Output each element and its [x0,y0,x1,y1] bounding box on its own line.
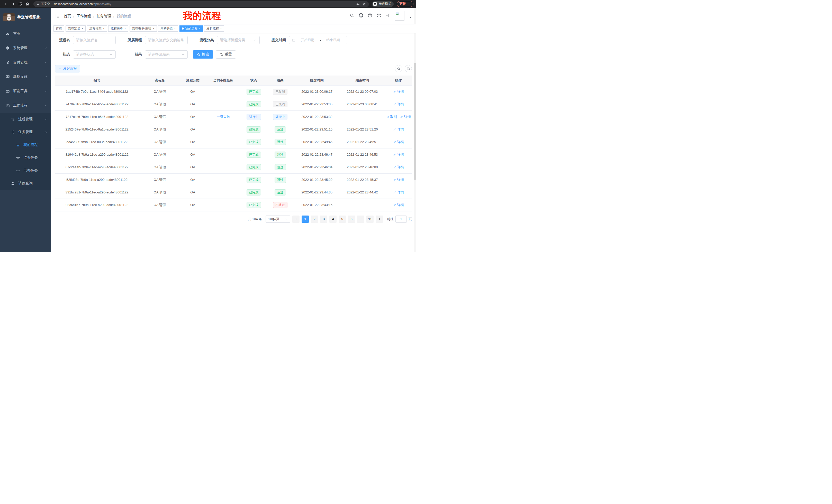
cell-status: 已完成 [242,123,266,136]
sidebar-item-系统管理[interactable]: 系统管理 [0,41,51,55]
sidebar-item-请假查询[interactable]: 请假查询 [0,177,51,190]
font-size-icon[interactable] [386,13,390,18]
avatar[interactable] [395,11,405,21]
detail-link[interactable]: 详情 [393,190,404,195]
tab-用户分组[interactable]: 用户分组× [158,25,178,32]
process-category-select[interactable]: 请选择流程分类 [217,36,260,44]
page-size-select[interactable]: 10条/页 [266,216,290,223]
tab-close-icon[interactable]: × [124,27,126,30]
next-page-button[interactable] [375,216,383,223]
detail-link[interactable]: 详情 [393,203,404,207]
page-button-11[interactable]: 11 [366,216,373,223]
sidebar-item-首页[interactable]: 首页 [0,26,51,41]
sidebar-fold-icon[interactable] [55,13,60,19]
detail-link[interactable]: 详情 [393,102,404,107]
header-search-icon[interactable] [350,13,354,18]
avatar-caret-down-icon[interactable] [409,16,412,19]
tab-close-icon[interactable]: × [220,27,222,30]
sidebar-item-工作流程[interactable]: 工作流程 [0,99,51,113]
sidebar-item-已办任务[interactable]: 已办任务 [0,164,51,177]
page-annotation: 我的流程 [183,9,221,22]
browser-update-button[interactable]: 更新 [397,1,413,7]
page-button-2[interactable]: 2 [311,216,318,223]
search-button[interactable]: 搜索 [193,50,213,59]
status-tag: 已完成 [246,202,261,208]
fullscreen-icon[interactable] [377,13,381,18]
tab-close-icon[interactable]: × [103,27,105,30]
sidebar-item-任务管理[interactable]: 任务管理 [0,125,51,138]
current-task-link[interactable]: 一级审批 [216,115,230,119]
chevron-down-icon [44,47,47,50]
status-tag: 已完成 [246,127,261,133]
result-select[interactable]: 请选择流结果 [145,50,188,59]
tab-首页[interactable]: 首页 [53,25,64,32]
breadcrumb-item-首页[interactable]: 首页 [64,14,71,19]
browser-reload-button[interactable] [17,1,23,7]
tab-close-icon[interactable]: × [199,27,201,30]
tab-close-icon[interactable]: × [81,27,83,30]
sidebar-item-支付管理[interactable]: 支付管理 [0,55,51,69]
detail-link[interactable]: 详情 [393,165,404,170]
tab-流程定义[interactable]: 流程定义× [66,25,86,32]
create-process-button[interactable]: 发起流程 [55,65,80,73]
detail-link[interactable]: 详情 [393,177,404,182]
bookmark-star-icon[interactable] [362,2,366,6]
page-scrollbar-thumb[interactable] [414,63,416,180]
goto-page-input[interactable] [395,216,407,223]
detail-link[interactable]: 详情 [393,152,404,157]
browser-toolbar: 不安全 dashboard.yudao.iocoder.cn/bpm/task/… [0,0,416,8]
cell-name: OA 请假 [139,136,181,148]
page-button-5[interactable]: 5 [339,216,346,223]
github-icon[interactable] [359,13,363,18]
sidebar-item-我的流程[interactable]: 我的流程 [0,138,51,151]
more-vertical-icon[interactable] [408,2,411,6]
detail-link[interactable]: 详情 [400,115,411,119]
table-row: 7470a810-7b9b-11ec-b5b7-acde48001122OA 请… [55,98,412,110]
pagination-more-button[interactable] [357,216,364,223]
key-icon[interactable] [356,2,360,6]
page-button-1[interactable]: 1 [302,216,309,223]
show-search-button[interactable] [395,65,402,72]
detail-link[interactable]: 详情 [393,140,404,144]
tab-流程表单-编辑[interactable]: 流程表单-编辑× [130,25,157,32]
page-button-3[interactable]: 3 [320,216,327,223]
prev-page-button[interactable] [292,216,300,223]
status-select[interactable]: 请选择状态 [73,50,116,59]
address-bar[interactable]: 不安全 dashboard.yudao.iocoder.cn/bpm/task/… [33,1,369,7]
detail-link[interactable]: 详情 [393,127,404,132]
sidebar-item-基础设施[interactable]: 基础设施 [0,69,51,84]
tab-close-icon[interactable]: × [174,27,176,30]
help-icon[interactable] [368,13,372,18]
tab-流程模型[interactable]: 流程模型× [87,25,107,32]
cancel-link[interactable]: 取消 [386,115,397,119]
browser-forward-button[interactable] [10,1,16,7]
tab-我的流程[interactable]: 我的流程× [179,25,203,32]
app-logo[interactable]: 芋道管理系统 [0,8,51,26]
tab-发起流程[interactable]: 发起流程× [204,25,224,32]
browser-back-button[interactable] [3,1,9,7]
tab-close-icon[interactable]: × [153,27,155,30]
tab-流程表单[interactable]: 流程表单× [108,25,128,32]
process-definition-input[interactable] [145,36,188,44]
cell-submit-time: 2022-01-22 23:44:35 [294,186,339,199]
chevron-up-icon [44,104,47,107]
breadcrumb-item-任务管理[interactable]: 任务管理 [97,14,111,19]
sidebar-item-待办任务[interactable]: 待办任务 [0,151,51,164]
sidebar-item-流程管理[interactable]: 流程管理 [0,113,51,125]
page-button-4[interactable]: 4 [329,216,337,223]
cell-id: 3ad174fb-7b9d-11ec-8404-acde48001122 [55,85,139,98]
incognito-badge: 无痕模式 [372,1,394,7]
refresh-table-button[interactable] [405,65,412,72]
reset-button[interactable]: 重置 [216,50,236,59]
browser-home-button[interactable] [24,1,30,7]
detail-link[interactable]: 详情 [393,89,404,94]
sidebar-item-label: 首页 [13,31,47,36]
submit-time-range-picker[interactable]: 开始日期 - 结束日期 [289,36,347,44]
page-button-6[interactable]: 6 [348,216,355,223]
sidebar-item-研发工具[interactable]: 研发工具 [0,84,51,99]
breadcrumb-item-工作流程[interactable]: 工作流程 [77,14,91,19]
security-badge[interactable]: 不安全 [36,2,50,6]
process-name-input[interactable] [73,36,116,44]
table-row: 819442e8-7b9a-11ec-a290-acde48001122OA 请… [55,148,412,161]
submit-time-label: 提交时间 [267,38,286,43]
